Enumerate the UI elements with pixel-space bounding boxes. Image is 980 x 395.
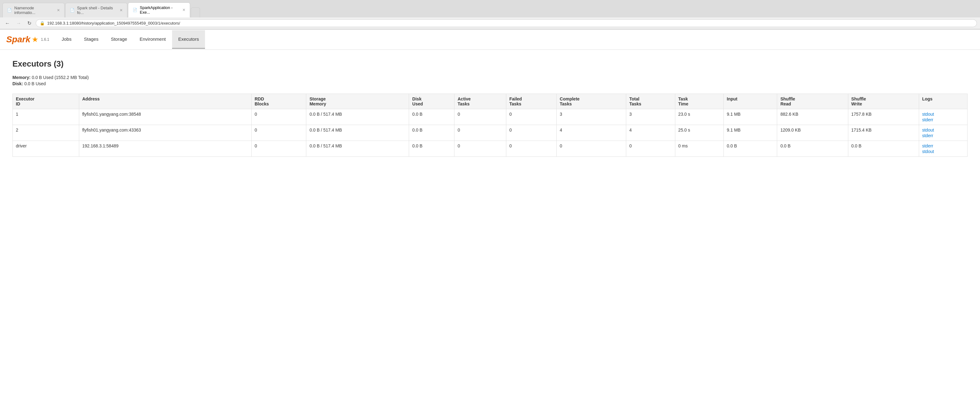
browser-chrome: 📄 Namenode informatio... ✕ 📄 Spark shell…	[0, 0, 980, 30]
executors-table: ExecutorID Address RDDBlocks StorageMemo…	[13, 94, 967, 157]
cell-failed-tasks: 0	[506, 109, 556, 125]
th-disk-used: DiskUsed	[409, 94, 455, 109]
cell-executor-id: driver	[13, 141, 79, 157]
cell-shuffle-write: 1715.4 KB	[848, 125, 919, 141]
back-button[interactable]: ←	[3, 20, 12, 27]
cell-shuffle-read: 882.6 KB	[777, 109, 848, 125]
new-tab-button[interactable]	[191, 8, 200, 18]
cell-shuffle-read: 1209.0 KB	[777, 125, 848, 141]
disk-value: 0.0 B Used	[24, 81, 46, 86]
th-shuffle-read: ShuffleRead	[777, 94, 848, 109]
th-input: Input	[724, 94, 777, 109]
th-rdd-blocks: RDDBlocks	[251, 94, 306, 109]
cell-storage-memory: 0.0 B / 517.4 MB	[306, 125, 409, 141]
cell-failed-tasks: 0	[506, 125, 556, 141]
cell-disk-used: 0.0 B	[409, 125, 455, 141]
lock-icon: 🔒	[40, 21, 45, 26]
tab-3-close[interactable]: ✕	[182, 8, 185, 12]
table-row: driver192.168.3.1:5848900.0 B / 517.4 MB…	[13, 141, 967, 157]
cell-executor-id: 2	[13, 125, 79, 141]
tab-1-close[interactable]: ✕	[57, 8, 60, 13]
cell-logs: stdoutstderr	[919, 109, 967, 125]
cell-address: flyfish01.yangyang.com:43363	[79, 125, 251, 141]
memory-label: Memory:	[13, 75, 30, 80]
disk-summary: Disk: 0.0 B Used	[13, 81, 967, 86]
th-logs: Logs	[919, 94, 967, 109]
cell-active-tasks: 0	[455, 125, 506, 141]
th-task-time: TaskTime	[675, 94, 724, 109]
log-link-stdout[interactable]: stdout	[922, 128, 964, 133]
cell-active-tasks: 0	[455, 141, 506, 157]
cell-rdd-blocks: 0	[251, 125, 306, 141]
tab-3-label: SparkApplication - Exe...	[140, 5, 178, 14]
cell-input: 0.0 B	[724, 141, 777, 157]
th-address: Address	[79, 94, 251, 109]
spark-header: Spark ★ 1.6.1 Jobs Stages Storage Enviro…	[0, 30, 980, 50]
memory-value: 0.0 B Used (1552.2 MB Total)	[32, 75, 89, 80]
tab-2[interactable]: 📄 Spark shell - Details fo... ✕	[65, 3, 127, 18]
log-link-stderr[interactable]: stderr	[922, 133, 964, 138]
nav-jobs[interactable]: Jobs	[56, 30, 78, 49]
spark-nav: Jobs Stages Storage Environment Executor…	[56, 30, 205, 49]
cell-shuffle-write: 0.0 B	[848, 141, 919, 157]
tab-1-label: Namenode informatio...	[14, 6, 53, 15]
logs-cell: stderrstdout	[922, 143, 964, 154]
nav-stages[interactable]: Stages	[78, 30, 105, 49]
forward-button[interactable]: →	[14, 20, 23, 27]
cell-storage-memory: 0.0 B / 517.4 MB	[306, 109, 409, 125]
tab-2-icon: 📄	[70, 8, 75, 13]
cell-shuffle-read: 0.0 B	[777, 141, 848, 157]
tab-3[interactable]: 📄 SparkApplication - Exe... ✕	[128, 3, 190, 18]
tab-1[interactable]: 📄 Namenode informatio... ✕	[3, 3, 65, 18]
page-title: Executors (3)	[13, 59, 967, 69]
memory-summary: Memory: 0.0 B Used (1552.2 MB Total)	[13, 75, 967, 80]
cell-task-time: 23.0 s	[675, 109, 724, 125]
th-complete-tasks: CompleteTasks	[557, 94, 626, 109]
nav-storage[interactable]: Storage	[105, 30, 134, 49]
logs-cell: stdoutstderr	[922, 112, 964, 122]
cell-total-tasks: 0	[626, 141, 675, 157]
spark-version: 1.6.1	[41, 37, 49, 42]
cell-address: flyfish01.yangyang.com:38548	[79, 109, 251, 125]
page-content: Executors (3) Memory: 0.0 B Used (1552.2…	[0, 50, 980, 166]
tab-3-icon: 📄	[133, 8, 137, 12]
cell-complete-tasks: 0	[557, 141, 626, 157]
th-storage-memory: StorageMemory	[306, 94, 409, 109]
nav-executors[interactable]: Executors	[172, 30, 205, 49]
cell-address: 192.168.3.1:58489	[79, 141, 251, 157]
cell-active-tasks: 0	[455, 109, 506, 125]
log-link-stderr[interactable]: stderr	[922, 117, 964, 122]
cell-logs: stdoutstderr	[919, 125, 967, 141]
spark-logo-text: Spark	[6, 35, 30, 45]
table-header: ExecutorID Address RDDBlocks StorageMemo…	[13, 94, 967, 109]
cell-task-time: 0 ms	[675, 141, 724, 157]
cell-rdd-blocks: 0	[251, 141, 306, 157]
tab-2-close[interactable]: ✕	[119, 8, 123, 13]
address-text: 192.168.3.1:18080/history/application_15…	[47, 21, 180, 26]
cell-complete-tasks: 3	[557, 109, 626, 125]
th-failed-tasks: FailedTasks	[506, 94, 556, 109]
cell-executor-id: 1	[13, 109, 79, 125]
table-row: 2flyfish01.yangyang.com:4336300.0 B / 51…	[13, 125, 967, 141]
log-link-stdout[interactable]: stdout	[922, 112, 964, 117]
cell-total-tasks: 4	[626, 125, 675, 141]
log-link-stdout[interactable]: stdout	[922, 149, 964, 154]
cell-shuffle-write: 1757.8 KB	[848, 109, 919, 125]
reload-button[interactable]: ↻	[25, 19, 33, 27]
table-body: 1flyfish01.yangyang.com:3854800.0 B / 51…	[13, 109, 967, 157]
cell-input: 9.1 MB	[724, 125, 777, 141]
cell-task-time: 25.0 s	[675, 125, 724, 141]
header-row: ExecutorID Address RDDBlocks StorageMemo…	[13, 94, 967, 109]
spark-logo[interactable]: Spark ★ 1.6.1	[6, 30, 56, 50]
tab-2-label: Spark shell - Details fo...	[77, 6, 116, 15]
cell-input: 9.1 MB	[724, 109, 777, 125]
cell-total-tasks: 3	[626, 109, 675, 125]
address-bar-row: ← → ↻ 🔒 192.168.3.1:18080/history/applic…	[0, 18, 980, 29]
cell-storage-memory: 0.0 B / 517.4 MB	[306, 141, 409, 157]
log-link-stderr[interactable]: stderr	[922, 143, 964, 148]
tab-bar: 📄 Namenode informatio... ✕ 📄 Spark shell…	[0, 0, 980, 18]
address-bar[interactable]: 🔒 192.168.3.1:18080/history/application_…	[36, 19, 977, 27]
nav-environment[interactable]: Environment	[133, 30, 172, 49]
cell-rdd-blocks: 0	[251, 109, 306, 125]
table-row: 1flyfish01.yangyang.com:3854800.0 B / 51…	[13, 109, 967, 125]
